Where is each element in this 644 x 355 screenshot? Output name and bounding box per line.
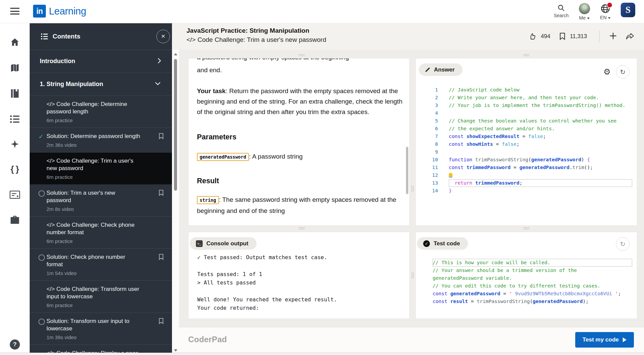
sidebar-item[interactable]: Solution: Transform user input to lowerc… (30, 313, 172, 345)
item-meta: 2m 8s video (47, 206, 158, 212)
close-sidebar-button[interactable]: × (156, 30, 170, 43)
instructions-scrollbar-thumb[interactable] (406, 147, 408, 194)
task-paragraph: Your task: Return the password with the … (197, 86, 404, 117)
language-menu[interactable]: EN (600, 2, 611, 20)
bookmark-button[interactable] (158, 133, 164, 139)
line-number: 5 (416, 117, 449, 125)
code-line[interactable]: 12 (416, 171, 636, 179)
certificate-icon[interactable] (9, 190, 20, 199)
line-number: 11 (416, 164, 449, 171)
item-title: </> Code Challenge: Trim a user's new pa… (47, 157, 141, 172)
item-meta: 6m practice (47, 238, 158, 244)
splitter-grip[interactable] (412, 272, 414, 278)
list-icon[interactable] (10, 115, 20, 124)
code-line[interactable]: 7const showExpectedResult = false; (416, 133, 636, 140)
code-line[interactable]: 11const trimmedPassword = generatedPassw… (416, 164, 636, 171)
parameter-row: generatedPassword: A password string (197, 151, 404, 162)
item-meta: 1m 39s video (47, 334, 158, 340)
code-line[interactable]: 8const showHints = false; (416, 140, 636, 148)
bookmark-button[interactable] (158, 254, 164, 260)
home-icon[interactable] (10, 37, 20, 47)
item-title: Solution: Transform user input to lowerc… (47, 318, 141, 332)
item-title: Solution: Trim a user's new password (47, 189, 141, 204)
section-introduction[interactable]: Introduction (30, 50, 172, 73)
sidebar-item-active[interactable]: </> Code Challenge: Trim a user's new pa… (30, 153, 172, 185)
console-output-tab[interactable]: >_ Console output (190, 237, 257, 250)
code-line[interactable]: // You can edit this code to try differe… (416, 282, 636, 290)
hint-lightbulb-icon[interactable] (449, 173, 452, 178)
code-line[interactable]: 4 (416, 109, 636, 117)
sidebar-item[interactable]: Solution: Trim a user's new password2m 8… (30, 185, 172, 217)
bookmark-icon[interactable] (559, 32, 566, 40)
like-icon[interactable] (529, 32, 537, 40)
scroll-down-arrow-icon[interactable] (174, 349, 177, 352)
help-button[interactable]: ? (10, 339, 20, 350)
reset-test-code-button[interactable]: ↻ (616, 237, 630, 251)
code-line[interactable]: 6// the expected answer and/or hints. (416, 125, 636, 133)
code-braces-icon[interactable]: { } (10, 164, 19, 174)
brand-text: Learning (49, 6, 86, 17)
code-line[interactable]: generatedPassword variable. (416, 274, 636, 282)
splitter-grip[interactable] (412, 186, 414, 192)
progress-circle-icon (38, 254, 45, 261)
reset-code-button[interactable]: ↻ (616, 65, 630, 79)
code-line[interactable]: 13 return trimmedPassword; (416, 179, 636, 187)
bookmark-count: 11,313 (570, 33, 587, 40)
codepad-workspace: a password string with empty spaces at t… (172, 50, 644, 327)
line-number: 3 (416, 102, 449, 109)
linkedin-in-icon: in (33, 5, 46, 18)
code-line[interactable]: 14} (416, 187, 636, 195)
sidebar-item[interactable]: </> Code Challenge: Check phone number f… (30, 217, 172, 249)
section-string-manipulation[interactable]: 1. String Manipulation (30, 73, 172, 96)
scrollbar-thumb[interactable] (174, 59, 177, 191)
bookmark-button[interactable] (158, 318, 164, 324)
scroll-up-arrow-icon[interactable] (174, 53, 177, 55)
code-line[interactable]: 3// Your job is to implement the trimPas… (416, 102, 636, 109)
clipped-text-line: a password string with empty spaces at t… (197, 58, 404, 62)
search-button[interactable]: Search (554, 2, 568, 18)
splitter-grip[interactable] (523, 54, 529, 57)
bookmark-button[interactable] (158, 190, 164, 196)
test-my-code-button[interactable]: Test my code (575, 332, 634, 348)
linkedin-learning-logo[interactable]: in Learning (33, 5, 86, 18)
chevron-down-icon (154, 82, 161, 85)
linkedin-learning-codepad-page: { "colors": { "linkedin_blue": "#0a66c2"… (0, 0, 644, 355)
answer-tab[interactable]: Answer (419, 63, 463, 76)
answer-code-editor[interactable]: 1// JavaScript code below2// Write your … (416, 86, 636, 195)
code-line[interactable]: // This is how your code will be called. (416, 259, 636, 267)
sidebar-item[interactable]: ✓Solution: Determine password length2m 3… (30, 128, 172, 153)
add-button[interactable]: + (609, 30, 617, 42)
code-line[interactable]: 5// Change these boolean values to contr… (416, 117, 636, 125)
code-line[interactable]: const generatedPassword = ' 9vud9z9WTb5R… (416, 290, 636, 298)
sidebar-item[interactable]: Solution: Check phone number format1m 54… (30, 249, 172, 281)
splitter-grip[interactable] (299, 54, 305, 57)
sidebar-item[interactable]: </> Code Challenge: Transform user input… (30, 281, 172, 313)
test-code-tab[interactable]: ✓ Test code (417, 237, 468, 250)
library-book-icon[interactable] (10, 88, 20, 99)
code-line[interactable]: 10function trimPasswordString(generatedP… (416, 156, 636, 164)
sidebar-item[interactable]: </> Code Challenge: Determine password l… (30, 96, 172, 128)
sidebar-scrollbar[interactable] (172, 50, 179, 355)
briefcase-icon[interactable] (10, 215, 20, 225)
share-icon[interactable] (625, 32, 635, 40)
test-code-editor[interactable]: // This is how your code will be called.… (416, 259, 636, 305)
contents-header: Contents × (30, 23, 172, 50)
line-number: 7 (416, 133, 449, 140)
line-number: 12 (416, 171, 449, 179)
settings-gear-icon[interactable]: ⚙ (603, 68, 611, 76)
code-line[interactable]: 2// Write your answer here, and then tes… (416, 94, 636, 102)
play-icon (623, 337, 626, 342)
code-line[interactable]: const result = trimPasswordString(genera… (416, 298, 636, 305)
extension-s-icon[interactable]: S (621, 3, 635, 17)
parameters-heading: Parameters (197, 132, 404, 142)
code-line[interactable]: 1// JavaScript code below (416, 86, 636, 94)
splitter-grip[interactable] (299, 227, 305, 230)
pencil-icon (425, 67, 430, 73)
sparkle-ai-icon[interactable] (10, 139, 20, 149)
hamburger-menu-icon[interactable] (10, 8, 20, 15)
code-line[interactable]: 9 (416, 148, 636, 156)
map-icon[interactable] (10, 63, 20, 73)
code-line[interactable]: // Your answer should be a trimmed versi… (416, 267, 636, 274)
me-menu[interactable]: Me (579, 2, 590, 21)
splitter-grip[interactable] (523, 227, 529, 230)
